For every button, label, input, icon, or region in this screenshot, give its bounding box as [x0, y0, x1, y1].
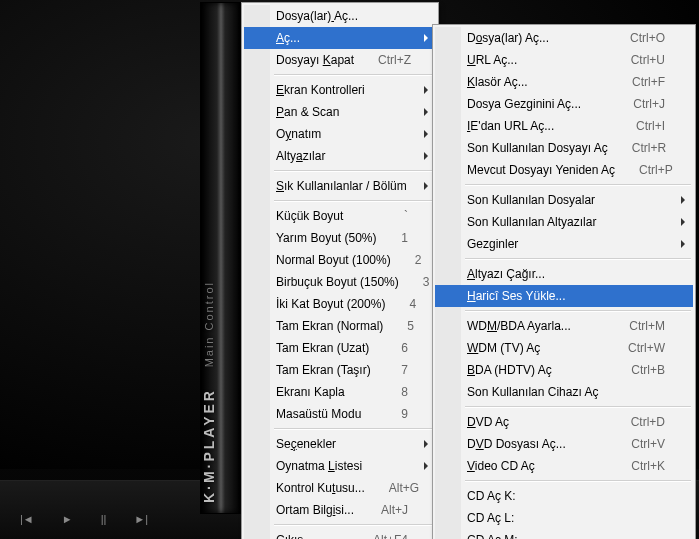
open-menu-item-17[interactable]: BDA (HDTV) AçCtrl+B	[435, 359, 693, 381]
submenu-arrow-icon	[681, 240, 685, 248]
open-menu-item-4[interactable]: IE'dan URL Aç...Ctrl+I	[435, 115, 693, 137]
main-menu-item-9[interactable]: Sık Kullanılanlar / Bölüm	[244, 175, 436, 197]
main-menu-item-27[interactable]: ÇıkışAlt+F4	[244, 529, 436, 539]
submenu-arrow-icon	[424, 440, 428, 448]
menu-item-label: WDM/BDA Ayarla...	[467, 319, 605, 333]
menu-item-label: Tam Ekran (Normal)	[276, 319, 383, 333]
menu-item-label: Gezginler	[467, 237, 665, 251]
menu-item-label: İki Kat Boyut (200%)	[276, 297, 385, 311]
menu-item-label: Sık Kullanılanlar / Bölüm	[276, 179, 408, 193]
main-menu-item-11[interactable]: Küçük Boyut`	[244, 205, 436, 227]
menu-item-label: CD Aç M:	[467, 533, 665, 539]
menu-item-label: URL Aç...	[467, 53, 607, 67]
menu-item-label: Son Kullanılan Altyazılar	[467, 215, 665, 229]
submenu-arrow-icon	[681, 218, 685, 226]
main-menu-item-24[interactable]: Kontrol Kutusu...Alt+G	[244, 477, 436, 499]
menu-item-label: Dosya(lar) Aç...	[276, 9, 408, 23]
menu-item-shortcut: Ctrl+V	[631, 437, 665, 451]
menu-item-label: Klasör Aç...	[467, 75, 608, 89]
play-button[interactable]: ►	[62, 513, 73, 525]
pause-button[interactable]: ||	[101, 513, 107, 525]
menu-item-label: Dosya(lar) Aç...	[467, 31, 606, 45]
menu-separator	[274, 170, 434, 172]
open-menu-item-21[interactable]: DVD Dosyası Aç...Ctrl+V	[435, 433, 693, 455]
main-menu-item-16[interactable]: Tam Ekran (Normal)5	[244, 315, 436, 337]
submenu-arrow-icon	[424, 182, 428, 190]
submenu-arrow-icon	[681, 196, 685, 204]
main-menu-item-4[interactable]: Ekran Kontrolleri	[244, 79, 436, 101]
open-menu-item-12[interactable]: Altyazı Çağır...	[435, 263, 693, 285]
menu-item-label: Son Kullanılan Cihazı Aç	[467, 385, 665, 399]
menu-item-shortcut: Ctrl+I	[636, 119, 665, 133]
main-menu-item-19[interactable]: Ekranı Kapla8	[244, 381, 436, 403]
submenu-arrow-icon	[424, 462, 428, 470]
menu-item-label: Son Kullanılan Dosyalar	[467, 193, 665, 207]
open-menu-item-6[interactable]: Mevcut Dosyayı Yeniden AçCtrl+P	[435, 159, 693, 181]
open-menu-item-9[interactable]: Son Kullanılan Altyazılar	[435, 211, 693, 233]
menu-item-label: Pan & Scan	[276, 105, 408, 119]
menu-item-shortcut: 3	[423, 275, 430, 289]
menu-item-shortcut: 8	[401, 385, 408, 399]
menu-item-label: Normal Boyut (100%)	[276, 253, 391, 267]
main-menu-item-1[interactable]: Aç...	[244, 27, 436, 49]
main-menu-item-0[interactable]: Dosya(lar) Aç...	[244, 5, 436, 27]
submenu-arrow-icon	[424, 152, 428, 160]
open-menu-item-3[interactable]: Dosya Gezginini Aç...Ctrl+J	[435, 93, 693, 115]
menu-item-label: Haricî Ses Yükle...	[467, 289, 665, 303]
context-menu-open[interactable]: Dosya(lar) Aç...Ctrl+OURL Aç...Ctrl+UKla…	[432, 24, 696, 539]
open-menu-item-15[interactable]: WDM/BDA Ayarla...Ctrl+M	[435, 315, 693, 337]
main-menu-item-2[interactable]: Dosyayı KapatCtrl+Z	[244, 49, 436, 71]
submenu-arrow-icon	[424, 34, 428, 42]
main-menu-item-22[interactable]: Seçenekler	[244, 433, 436, 455]
menu-separator	[465, 184, 691, 186]
open-menu-item-20[interactable]: DVD AçCtrl+D	[435, 411, 693, 433]
open-menu-item-24[interactable]: CD Aç K:	[435, 485, 693, 507]
menu-item-shortcut: 2	[415, 253, 422, 267]
main-menu-item-13[interactable]: Normal Boyut (100%)2	[244, 249, 436, 271]
open-menu-item-22[interactable]: Video CD AçCtrl+K	[435, 455, 693, 477]
open-menu-item-0[interactable]: Dosya(lar) Aç...Ctrl+O	[435, 27, 693, 49]
main-menu-item-12[interactable]: Yarım Boyut (50%)1	[244, 227, 436, 249]
open-menu-item-18[interactable]: Son Kullanılan Cihazı Aç	[435, 381, 693, 403]
menu-item-label: Aç...	[276, 31, 408, 45]
main-menu-item-25[interactable]: Ortam Bilgisi...Alt+J	[244, 499, 436, 521]
open-menu-item-2[interactable]: Klasör Aç...Ctrl+F	[435, 71, 693, 93]
main-menu-item-5[interactable]: Pan & Scan	[244, 101, 436, 123]
menu-item-label: Masaüstü Modu	[276, 407, 377, 421]
main-menu-item-7[interactable]: Altyazılar	[244, 145, 436, 167]
menu-item-shortcut: Ctrl+O	[630, 31, 665, 45]
main-menu-item-17[interactable]: Tam Ekran (Uzat)6	[244, 337, 436, 359]
open-menu-item-8[interactable]: Son Kullanılan Dosyalar	[435, 189, 693, 211]
menu-item-label: BDA (HDTV) Aç	[467, 363, 607, 377]
open-menu-item-16[interactable]: WDM (TV) AçCtrl+W	[435, 337, 693, 359]
main-menu-item-14[interactable]: Birbuçuk Boyut (150%)3	[244, 271, 436, 293]
main-menu-item-23[interactable]: Oynatma Listesi	[244, 455, 436, 477]
menu-item-shortcut: Ctrl+R	[632, 141, 666, 155]
context-menu-main[interactable]: Dosya(lar) Aç...Aç...Dosyayı KapatCtrl+Z…	[241, 2, 439, 539]
menu-separator	[465, 480, 691, 482]
open-menu-item-13[interactable]: Haricî Ses Yükle...	[435, 285, 693, 307]
menu-item-shortcut: Ctrl+W	[628, 341, 665, 355]
menu-item-label: Seçenekler	[276, 437, 408, 451]
menu-item-label: Ekranı Kapla	[276, 385, 377, 399]
open-menu-item-25[interactable]: CD Aç L:	[435, 507, 693, 529]
next-button[interactable]: ►|	[134, 513, 148, 525]
prev-button[interactable]: |◄	[20, 513, 34, 525]
menu-item-label: Mevcut Dosyayı Yeniden Aç	[467, 163, 615, 177]
open-menu-item-1[interactable]: URL Aç...Ctrl+U	[435, 49, 693, 71]
open-menu-item-5[interactable]: Son Kullanılan Dosyayı AçCtrl+R	[435, 137, 693, 159]
menu-separator	[465, 406, 691, 408]
menu-item-shortcut: Alt+F4	[373, 533, 408, 539]
menu-item-label: Tam Ekran (Taşır)	[276, 363, 377, 377]
main-menu-item-18[interactable]: Tam Ekran (Taşır)7	[244, 359, 436, 381]
main-menu-item-20[interactable]: Masaüstü Modu9	[244, 403, 436, 425]
main-menu-item-15[interactable]: İki Kat Boyut (200%)4	[244, 293, 436, 315]
brand-subtitle: Main Control	[203, 281, 215, 367]
menu-item-label: Son Kullanılan Dosyayı Aç	[467, 141, 608, 155]
open-menu-item-26[interactable]: CD Aç M:	[435, 529, 693, 539]
open-menu-item-10[interactable]: Gezginler	[435, 233, 693, 255]
menu-separator	[274, 200, 434, 202]
menu-item-shortcut: 5	[407, 319, 414, 333]
menu-item-shortcut: Ctrl+F	[632, 75, 665, 89]
main-menu-item-6[interactable]: Oynatım	[244, 123, 436, 145]
